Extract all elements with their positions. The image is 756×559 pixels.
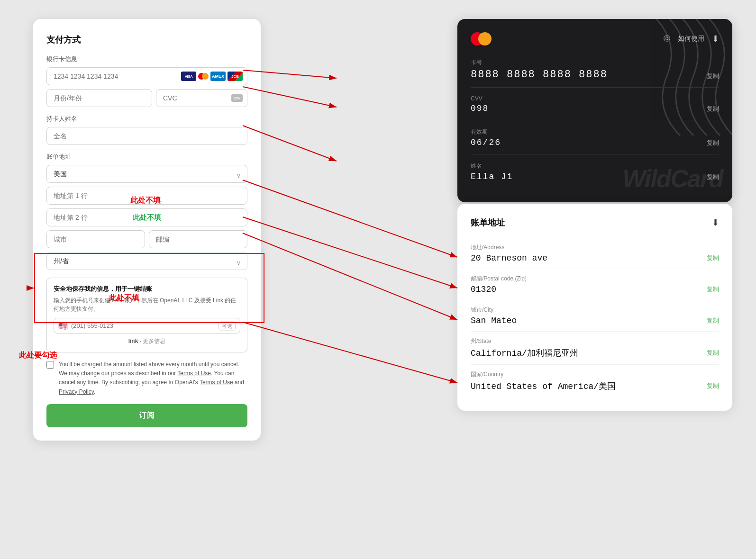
billing-panel-title: 账单地址 bbox=[471, 217, 505, 228]
annotation-phone-label: 此处不填 bbox=[109, 293, 139, 303]
save-info-desc: 输入您的手机号来创建 Link 账户，然后在 OpenAI, LLC 及接受 L… bbox=[54, 296, 240, 313]
name-value: Ella Ji bbox=[471, 172, 513, 181]
subscribe-button[interactable]: 订阅 bbox=[46, 404, 247, 427]
billing-row-value: California/加利福尼亚州 bbox=[471, 347, 578, 359]
state-select-wrapper: 州/省 bbox=[46, 252, 247, 274]
svg-line-6 bbox=[243, 233, 457, 320]
card-number-info-left: 卡号 8888 8888 8888 8888 bbox=[471, 59, 608, 81]
amex-icon: AMEX bbox=[210, 72, 226, 81]
card-number-value: 8888 8888 8888 8888 bbox=[471, 69, 608, 81]
phone-input[interactable] bbox=[54, 318, 240, 334]
cvc-icon: CVV bbox=[231, 94, 243, 102]
card-header: ⓪ 如何使用 ⬇ bbox=[471, 32, 719, 45]
billing-row-value: United States of America/美国 bbox=[471, 380, 616, 392]
terms-text: You'll be charged the amount listed abov… bbox=[59, 360, 247, 397]
mastercard-logo bbox=[471, 32, 492, 45]
billing-section: 账单地址 美国 此处不填 州/省 bbox=[46, 153, 247, 274]
checkbox-row: You'll be charged the amount listed abov… bbox=[46, 360, 247, 397]
billing-address-panel: 账单地址 ⬇ 地址/Address 20 Barneson ave 复制 邮编/… bbox=[457, 204, 732, 411]
download-icon[interactable]: ⬇ bbox=[712, 34, 719, 44]
save-info-box: 安全地保存我的信息，用于一键结账 输入您的手机号来创建 Link 账户，然后在 … bbox=[46, 278, 247, 352]
country-select[interactable]: 美国 bbox=[46, 165, 247, 183]
privacy-link[interactable]: Privacy Policy bbox=[59, 388, 94, 395]
billing-section-label: 账单地址 bbox=[46, 153, 247, 161]
phone-input-wrapper: 🇺🇸 可选 bbox=[54, 318, 240, 334]
cvc-wrapper: CVV bbox=[156, 89, 247, 107]
flag-icon: 🇺🇸 bbox=[58, 321, 68, 330]
billing-row-label: 城市/City bbox=[471, 306, 719, 314]
annotation-checkbox-label: 此处要勾选 bbox=[19, 351, 57, 361]
card-how-to: ⓪ 如何使用 ⬇ bbox=[664, 34, 719, 44]
expiry-info-left: 有效期 06/26 bbox=[471, 128, 501, 147]
svg-line-5 bbox=[243, 217, 457, 288]
city-input[interactable] bbox=[46, 230, 145, 248]
card-number-row: VISA AMEX JCB bbox=[46, 67, 247, 85]
billing-row-label: 州/State bbox=[471, 337, 719, 345]
expiry-input[interactable] bbox=[46, 89, 152, 107]
terms-checkbox[interactable] bbox=[46, 361, 54, 369]
save-info-title: 安全地保存我的信息，用于一键结账 bbox=[54, 285, 240, 293]
svg-line-4 bbox=[243, 180, 457, 257]
name-label: 姓名 bbox=[471, 162, 513, 170]
zip-input[interactable] bbox=[149, 230, 247, 248]
address2-wrapper: 此处不填 bbox=[46, 208, 247, 226]
payment-panel: 支付方式 银行卡信息 VISA AMEX JCB CVV bbox=[33, 19, 261, 441]
cvv-value: 098 bbox=[471, 104, 489, 113]
state-select[interactable]: 州/省 bbox=[46, 252, 247, 270]
billing-row-content: 20 Barneson ave 复制 bbox=[471, 253, 719, 263]
billing-copy-btn[interactable]: 复制 bbox=[707, 382, 719, 390]
link-logo: link bbox=[128, 338, 138, 344]
credit-card-panel: ⓪ 如何使用 ⬇ 卡号 8888 8888 8888 8888 复制 CVV 0… bbox=[457, 19, 732, 202]
terms-link[interactable]: Terms of Use bbox=[177, 370, 211, 377]
billing-row-value: 01320 bbox=[471, 285, 496, 294]
billing-copy-btn[interactable]: 复制 bbox=[707, 349, 719, 357]
billing-info-row: 国家/Country United States of America/美国 复… bbox=[471, 365, 719, 397]
cardholder-section: 持卡人姓名 bbox=[46, 115, 247, 145]
card-number-label: 卡号 bbox=[471, 59, 608, 67]
billing-copy-btn[interactable]: 复制 bbox=[707, 285, 719, 294]
country-select-wrapper: 美国 bbox=[46, 165, 247, 187]
address2-input[interactable] bbox=[46, 208, 247, 226]
expiry-copy[interactable]: 复制 bbox=[707, 139, 719, 147]
billing-info-row: 州/State California/加利福尼亚州 复制 bbox=[471, 332, 719, 365]
cardholder-input[interactable] bbox=[46, 127, 247, 145]
optional-badge: 可选 bbox=[219, 321, 236, 330]
billing-info-row: 地址/Address 20 Barneson ave 复制 bbox=[471, 238, 719, 269]
billing-row-value: San Mateo bbox=[471, 316, 517, 325]
billing-row-value: 20 Barneson ave bbox=[471, 253, 547, 263]
terms-link2[interactable]: Terms of Use bbox=[200, 379, 233, 386]
phone-row: 🇺🇸 可选 bbox=[54, 318, 240, 334]
question-icon: ⓪ bbox=[664, 35, 670, 43]
cvv-info-left: CVV 098 bbox=[471, 95, 489, 113]
billing-row-label: 邮编/Postal code (Zip) bbox=[471, 275, 719, 283]
bank-card-label: 银行卡信息 bbox=[46, 55, 247, 63]
card-number-copy[interactable]: 复制 bbox=[707, 72, 719, 81]
link-footer: link · 更多信息 bbox=[54, 337, 240, 345]
billing-rows-container: 地址/Address 20 Barneson ave 复制 邮编/Postal … bbox=[471, 238, 719, 397]
billing-row-content: San Mateo 复制 bbox=[471, 316, 719, 325]
billing-row-content: 01320 复制 bbox=[471, 285, 719, 294]
expiry-cvc-row: CVV bbox=[46, 89, 247, 107]
billing-row-content: United States of America/美国 复制 bbox=[471, 380, 719, 392]
expiry-value: 06/26 bbox=[471, 138, 501, 147]
billing-copy-btn[interactable]: 复制 bbox=[707, 254, 719, 262]
cvv-info-row: CVV 098 复制 bbox=[471, 95, 719, 120]
billing-info-row: 城市/City San Mateo 复制 bbox=[471, 300, 719, 332]
billing-row-label: 地址/Address bbox=[471, 243, 719, 252]
name-copy[interactable]: 复制 bbox=[707, 173, 719, 181]
how-to-label[interactable]: 如何使用 bbox=[678, 35, 704, 43]
jcb-icon: JCB bbox=[228, 72, 243, 81]
expiry-label: 有效期 bbox=[471, 128, 501, 136]
billing-row-label: 国家/Country bbox=[471, 370, 719, 379]
billing-copy-btn[interactable]: 复制 bbox=[707, 316, 719, 325]
billing-info-row: 邮编/Postal code (Zip) 01320 复制 bbox=[471, 269, 719, 300]
card-icons: VISA AMEX JCB bbox=[181, 72, 243, 81]
cvv-label: CVV bbox=[471, 95, 489, 102]
billing-download-icon[interactable]: ⬇ bbox=[712, 217, 719, 228]
cvv-copy[interactable]: 复制 bbox=[707, 105, 719, 113]
visa-icon: VISA bbox=[181, 72, 196, 81]
billing-row-content: California/加利福尼亚州 复制 bbox=[471, 347, 719, 359]
billing-panel-header: 账单地址 ⬇ bbox=[471, 217, 719, 228]
mastercard-icon bbox=[198, 73, 209, 80]
link-footer-text: · 更多信息 bbox=[140, 338, 166, 344]
